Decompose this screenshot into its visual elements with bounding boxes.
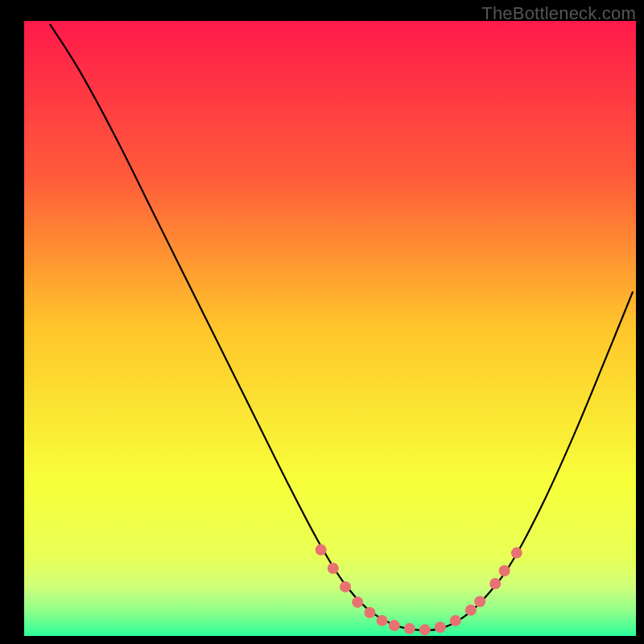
- data-marker: [511, 547, 522, 559]
- data-marker: [465, 605, 477, 616]
- data-marker: [377, 615, 388, 626]
- bottleneck-chart: TheBottleneck.com: [0, 0, 644, 644]
- data-marker: [352, 597, 363, 608]
- data-marker: [435, 621, 446, 633]
- data-marker: [419, 624, 431, 635]
- data-marker: [404, 623, 415, 634]
- gradient-background: [24, 21, 636, 636]
- data-marker: [499, 565, 510, 576]
- data-marker: [364, 607, 375, 618]
- data-marker: [489, 578, 501, 589]
- data-marker: [316, 544, 327, 555]
- chart-svg: [0, 0, 644, 644]
- data-marker: [328, 563, 339, 574]
- data-marker: [389, 620, 400, 631]
- watermark-text: TheBottleneck.com: [481, 3, 636, 24]
- data-marker: [474, 596, 485, 607]
- data-marker: [340, 581, 351, 592]
- data-marker: [450, 615, 461, 626]
